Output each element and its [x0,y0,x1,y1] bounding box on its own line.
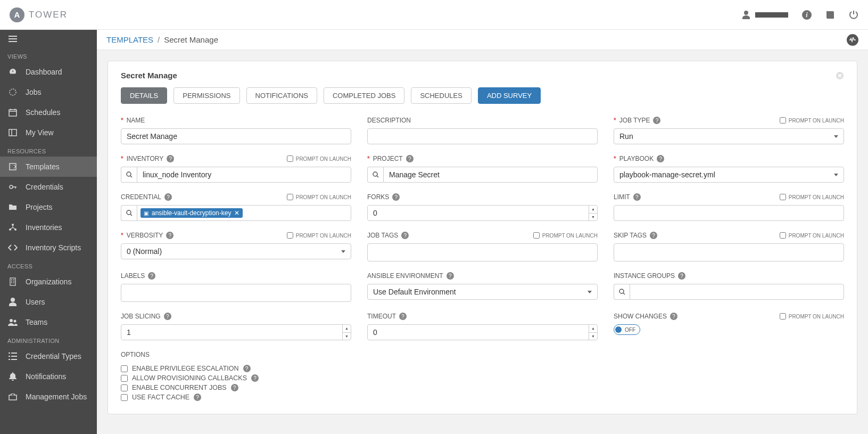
ansible-env-select[interactable]: Use Default Environment [367,284,598,300]
forks-input[interactable] [367,205,598,221]
tab-permissions[interactable]: PERMISSIONS [173,87,239,104]
labels-input[interactable] [121,284,351,302]
tab-add-survey[interactable]: ADD SURVEY [478,87,541,104]
help-icon[interactable]: ? [231,384,238,391]
current-user[interactable] [742,11,788,19]
forks-spinner[interactable]: ▲▼ [589,206,597,220]
tab-notifications[interactable]: NOTIFICATIONS [246,87,317,104]
help-icon[interactable]: ? [653,117,660,124]
help-icon[interactable]: ? [243,365,251,372]
project-input[interactable] [383,167,598,183]
show-changes-toggle[interactable]: OFF [614,324,640,335]
help-icon[interactable]: ? [167,155,174,162]
job-tags-input[interactable] [367,243,598,261]
help-icon[interactable]: ? [447,272,454,280]
sidebar-item-users[interactable]: Users [0,292,97,312]
sidebar-item-notifications[interactable]: Notifications [0,366,97,387]
concurrent-checkbox[interactable] [121,384,128,391]
help-icon[interactable]: ? [406,155,414,162]
sidebar-item-management-jobs[interactable]: Management Jobs [0,387,97,407]
verbosity-select[interactable]: 0 (Normal) [121,243,351,259]
sidebar-toggle[interactable] [0,30,97,48]
sidebar-item-projects[interactable]: Projects [0,197,97,217]
spinner-up-icon[interactable]: ▲ [589,325,597,333]
timeout-spinner[interactable]: ▲▼ [589,325,597,340]
job-slicing-input[interactable] [121,324,351,340]
close-icon[interactable] [836,71,844,80]
spinner-down-icon[interactable]: ▼ [342,333,351,340]
name-input[interactable] [121,128,351,144]
sidebar-item-schedules[interactable]: Schedules [0,102,97,122]
sidebar-item-teams[interactable]: Teams [0,312,97,332]
description-input[interactable] [367,128,598,144]
sidebar-item-credentials[interactable]: Credentials [0,177,97,197]
help-icon[interactable]: ? [164,313,171,320]
help-icon[interactable]: ? [399,313,407,320]
skip-tags-prompt-checkbox[interactable] [780,232,786,239]
priv-esc-checkbox[interactable] [121,365,128,372]
limit-prompt-checkbox[interactable] [780,194,786,200]
help-icon[interactable]: ? [164,193,172,201]
job-type-select[interactable]: Run [614,128,844,144]
sidebar-item-myview[interactable]: My View [0,122,97,143]
sidebar-item-credential-types[interactable]: Credential Types [0,346,97,366]
show-changes-prompt-checkbox[interactable] [780,313,786,320]
credential-input[interactable]: ▣ ansible-vault-decryption-key ✕ [137,205,351,221]
job-tags-prompt-checkbox[interactable] [533,232,540,239]
verbosity-prompt-checkbox[interactable] [287,232,293,239]
option-priv-esc[interactable]: ENABLE PRIVILEGE ESCALATION? [121,365,844,372]
tab-completed-jobs[interactable]: COMPLETED JOBS [324,87,404,104]
option-provisioning-callbacks[interactable]: ALLOW PROVISIONING CALLBACKS? [121,374,844,382]
timeout-input[interactable] [367,324,598,340]
sidebar-item-templates[interactable]: Templates [0,157,97,177]
instance-groups-input[interactable] [630,284,844,300]
prov-cb-checkbox[interactable] [121,375,128,382]
credential-pill[interactable]: ▣ ansible-vault-decryption-key ✕ [140,208,243,218]
credential-prompt-checkbox[interactable] [287,194,293,200]
breadcrumb-root[interactable]: TEMPLATES [106,35,153,44]
help-icon[interactable]: ? [392,193,400,201]
fact-cache-checkbox[interactable] [121,394,128,401]
limit-input[interactable] [614,205,844,221]
help-icon[interactable]: ? [670,313,677,320]
help-icon[interactable]: ? [166,232,173,239]
remove-credential-icon[interactable]: ✕ [234,209,239,217]
spinner-up-icon[interactable]: ▲ [589,206,597,214]
spinner-down-icon[interactable]: ▼ [589,333,597,340]
sidebar-item-inventories[interactable]: Inventories [0,217,97,238]
sidebar-item-inventory-scripts[interactable]: Inventory Scripts [0,238,97,258]
job-type-prompt-checkbox[interactable] [780,117,786,124]
sidebar-item-dashboard[interactable]: Dashboard [0,62,97,82]
sidebar-item-organizations[interactable]: Organizations [0,272,97,292]
option-fact-cache[interactable]: USE FACT CACHE? [121,394,844,401]
inventory-input[interactable] [137,167,351,183]
credential-lookup-button[interactable] [121,205,137,221]
tab-schedules[interactable]: SCHEDULES [411,87,471,104]
spinner-up-icon[interactable]: ▲ [342,325,351,333]
option-concurrent-jobs[interactable]: ENABLE CONCURRENT JOBS? [121,384,844,391]
power-icon[interactable] [849,10,858,20]
help-icon[interactable]: ? [251,374,259,382]
job-slicing-spinner[interactable]: ▲▼ [342,325,351,340]
sidebar-heading-administration: ADMINISTRATION [0,332,97,346]
inventory-lookup-button[interactable] [121,167,137,183]
activity-stream-icon[interactable] [847,34,858,46]
sidebar-item-label: Notifications [26,372,66,381]
tab-details[interactable]: DETAILS [121,87,167,104]
help-icon[interactable]: ? [657,155,664,162]
inventory-prompt-checkbox[interactable] [287,155,293,162]
help-icon[interactable]: ? [194,394,201,401]
help-icon[interactable]: ? [148,272,155,280]
info-icon[interactable]: i [802,10,812,20]
help-icon[interactable]: ? [650,232,657,239]
help-icon[interactable]: ? [401,232,409,239]
help-icon[interactable]: ? [678,272,685,280]
spinner-down-icon[interactable]: ▼ [589,214,597,221]
docs-icon[interactable] [825,10,835,20]
help-icon[interactable]: ? [633,193,641,201]
playbook-select[interactable]: playbook-manage-secret.yml [614,167,844,183]
skip-tags-input[interactable] [614,243,844,261]
sidebar-item-jobs[interactable]: Jobs [0,82,97,102]
project-lookup-button[interactable] [367,167,383,183]
instance-groups-lookup-button[interactable] [614,284,630,300]
